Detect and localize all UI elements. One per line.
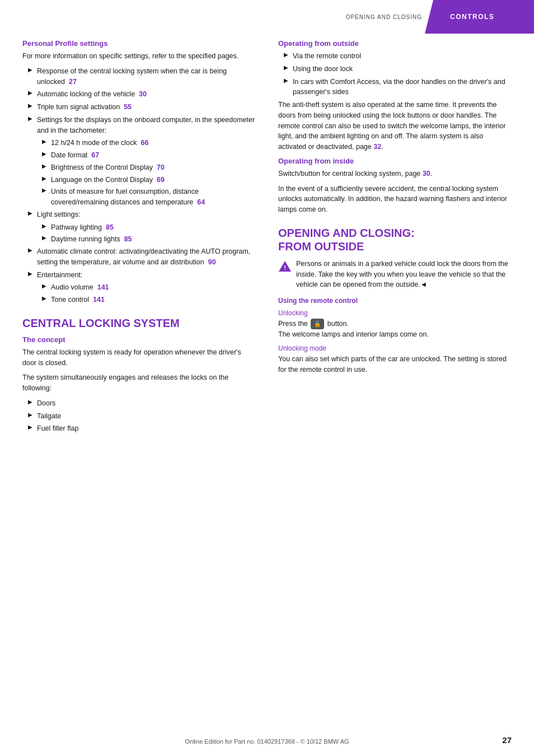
bullet-icon: ▶: [284, 77, 288, 83]
operating-outside-body: The anti-theft system is also operated a…: [278, 100, 512, 152]
sublist-item: ▶ Pathway lighting 85: [22, 222, 256, 233]
page-ref: 85: [124, 235, 132, 243]
list-item: ▶ Triple turn signal activation 55: [22, 102, 256, 113]
warning-text: Persons or animals in a parked vehicle c…: [296, 259, 512, 290]
item-text: Triple turn signal activation 55: [37, 102, 256, 113]
content-area: Personal Profile settings For more infor…: [0, 39, 534, 436]
warning-box: ! Persons or animals in a parked vehicle…: [278, 259, 512, 290]
item-text: Tailgate: [37, 411, 256, 422]
item-text: Brightness of the Control Display 70: [51, 162, 165, 173]
page-ref: 70: [157, 164, 165, 171]
item-text: Entertainment:: [37, 270, 256, 281]
bullet-icon: ▶: [42, 295, 46, 301]
bullet-icon: ▶: [284, 64, 288, 71]
bullet-icon: ▶: [42, 163, 46, 169]
opening-closing-text: OPENING AND CLOSING: [346, 14, 422, 20]
right-column: Operating from outside ▶ Via the remote …: [273, 39, 512, 436]
controls-text: CONTROLS: [450, 13, 494, 21]
bullet-icon: ▶: [42, 187, 46, 193]
page-ref-32: 32: [373, 143, 381, 151]
bullet-icon: ▶: [42, 175, 46, 181]
bullet-icon: ▶: [28, 399, 32, 405]
sublist-item: ▶ Audio volume 141: [22, 282, 256, 293]
sublist-item: ▶ 12 h/24 h mode of the clock 66: [22, 138, 256, 148]
footer-text: Online Edition for Part no. 01402917368 …: [185, 738, 349, 745]
item-text: Fuel filler flap: [37, 423, 256, 434]
bullet-icon: ▶: [28, 90, 32, 96]
bullet-icon: ▶: [28, 412, 32, 418]
bullet-icon: ▶: [28, 115, 32, 122]
bullet-icon: ▶: [42, 283, 46, 289]
list-item: ▶ Tailgate: [22, 411, 256, 422]
svg-text:!: !: [284, 264, 286, 271]
list-item: ▶ Light settings:: [22, 209, 256, 220]
page-ref: 141: [93, 296, 105, 304]
sublist-item: ▶ Language on the Control Display 69: [22, 175, 256, 185]
concept-heading: The concept: [22, 335, 256, 344]
page-ref: 55: [124, 103, 132, 111]
operating-outside-heading: Operating from outside: [278, 39, 512, 48]
unlock-button-icon: 🔓: [311, 319, 324, 329]
list-item: ▶ Using the door lock: [278, 64, 512, 74]
page-number: 27: [502, 735, 512, 745]
opening-closing-outside-heading: OPENING AND CLOSING:FROM OUTSIDE: [278, 226, 512, 253]
header-controls-tab: CONTROLS: [433, 0, 534, 34]
bullet-icon: ▶: [28, 270, 32, 277]
personal-profile-intro: For more information on specific setting…: [22, 51, 256, 62]
page-ref: 69: [157, 176, 165, 184]
item-text: Light settings:: [37, 209, 256, 220]
unlocking-mode-heading: Unlocking mode: [278, 344, 512, 352]
page-footer: Online Edition for Part no. 01402917368 …: [0, 738, 534, 745]
bullet-icon: ▶: [42, 151, 46, 157]
sublist-item: ▶ Brightness of the Control Display 70: [22, 162, 256, 173]
bullet-icon: ▶: [28, 210, 32, 216]
item-text: Settings for the displays on the onboard…: [37, 115, 256, 136]
unlocking-text: Press the 🔓 button.The welcome lamps and…: [278, 319, 512, 340]
list-item: ▶ In cars with Comfort Access, via the d…: [278, 77, 512, 98]
page-ref: 67: [91, 151, 99, 159]
item-text: Tone control 141: [51, 295, 105, 305]
page-ref: 90: [208, 258, 216, 266]
sublist-item: ▶ Date format 67: [22, 150, 256, 161]
item-text: Automatic locking of the vehicle 30: [37, 89, 256, 100]
item-text: Daytime running lights 85: [51, 234, 132, 245]
page-ref: 85: [106, 223, 114, 231]
personal-profile-heading: Personal Profile settings: [22, 39, 256, 48]
sublist-item: ▶ Tone control 141: [22, 295, 256, 305]
header-bar: OPENING AND CLOSING CONTROLS: [0, 0, 534, 34]
page-ref-30: 30: [423, 170, 430, 178]
item-text: Units of measure for fuel consumption, d…: [51, 186, 256, 208]
item-text: Response of the central locking system w…: [37, 66, 256, 87]
page-ref: 30: [139, 90, 147, 98]
page-container: OPENING AND CLOSING CONTROLS Personal Pr…: [0, 0, 534, 756]
central-locking-heading: CENTRAL LOCKING SYSTEM: [22, 316, 256, 330]
warning-icon: !: [278, 260, 292, 273]
list-item: ▶ Via the remote control: [278, 51, 512, 62]
item-text: Via the remote control: [293, 51, 512, 62]
item-text: Doors: [37, 398, 256, 409]
list-item: ▶ Automatic climate control: activating/…: [22, 246, 256, 268]
bullet-icon: ▶: [42, 138, 46, 144]
item-text: Date format 67: [51, 150, 99, 161]
bullet-icon: ▶: [284, 52, 288, 58]
page-ref: 27: [69, 78, 77, 86]
purple-corner-decoration: [523, 0, 534, 34]
left-column: Personal Profile settings For more infor…: [22, 39, 273, 436]
concept-text1: The central locking system is ready for …: [22, 347, 256, 368]
bullet-icon: ▶: [42, 223, 46, 229]
item-text: Using the door lock: [293, 64, 512, 74]
item-text: Automatic climate control: activating/de…: [37, 246, 256, 268]
item-text: Audio volume 141: [51, 282, 109, 293]
using-remote-heading: Using the remote control: [278, 297, 512, 305]
bullet-icon: ▶: [28, 247, 32, 253]
list-item: ▶ Fuel filler flap: [22, 423, 256, 434]
header-opening-closing-label: OPENING AND CLOSING: [335, 0, 433, 34]
operating-inside-text1: Switch/button for central locking system…: [278, 169, 512, 179]
page-ref: 66: [141, 139, 149, 147]
concept-text2: The system simultaneously engages and re…: [22, 372, 256, 394]
list-item: ▶ Response of the central locking system…: [22, 66, 256, 87]
list-item: ▶ Doors: [22, 398, 256, 409]
list-item: ▶ Automatic locking of the vehicle 30: [22, 89, 256, 100]
bullet-icon: ▶: [28, 424, 32, 430]
page-ref: 141: [97, 283, 109, 291]
